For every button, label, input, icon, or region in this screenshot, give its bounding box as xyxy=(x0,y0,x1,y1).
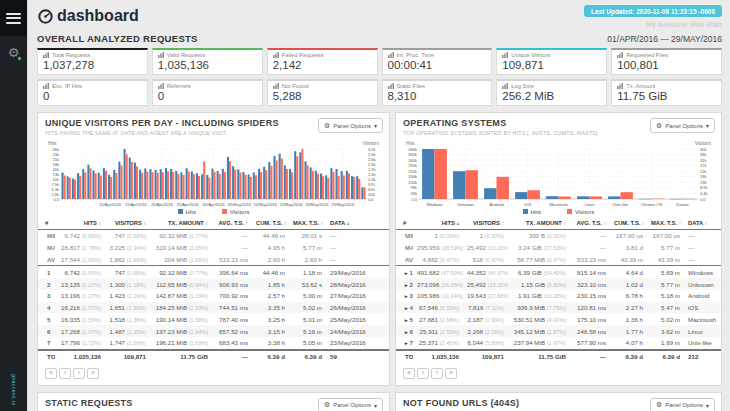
hits-bar[interactable] xyxy=(129,158,131,199)
hits-bar[interactable] xyxy=(201,174,203,199)
visitors-bar[interactable] xyxy=(146,172,148,199)
table-row[interactable]: 313,196 (1.27%)1,423 (1.29%)142.87 MiB (… xyxy=(38,290,389,302)
visitors-bar[interactable] xyxy=(260,172,262,199)
hits-bar[interactable] xyxy=(310,167,312,199)
visitors-bar[interactable] xyxy=(528,190,540,199)
hits-bar[interactable] xyxy=(484,188,496,199)
visitors-bar[interactable] xyxy=(74,180,76,199)
hits-bar[interactable] xyxy=(144,168,146,199)
visitors-bar[interactable] xyxy=(621,192,633,199)
visitors-bar[interactable] xyxy=(353,177,355,199)
visitors-bar[interactable] xyxy=(203,161,205,199)
hits-bar[interactable] xyxy=(356,176,358,199)
hits-bar[interactable] xyxy=(87,165,89,199)
hits-bar[interactable] xyxy=(232,166,234,199)
hits-bar[interactable] xyxy=(206,175,208,199)
page-button[interactable]: ‹ xyxy=(59,368,71,379)
hits-bar[interactable] xyxy=(139,170,141,199)
visitors-bar[interactable] xyxy=(193,174,195,199)
column-header[interactable]: HITS ▴ xyxy=(413,217,463,230)
hits-bar[interactable] xyxy=(273,156,275,199)
visitors-bar[interactable] xyxy=(338,176,340,199)
page-button[interactable]: « xyxy=(403,368,415,379)
table-row[interactable]: ▸725,371 (2.45%)6,044 (5.50%)237.94 MiB … xyxy=(396,337,721,350)
hits-bar[interactable] xyxy=(160,169,162,199)
hits-bar[interactable] xyxy=(186,168,188,199)
expand-row-icon[interactable]: ▸ xyxy=(405,305,408,311)
hits-bar[interactable] xyxy=(577,196,589,199)
page-button[interactable]: › xyxy=(73,368,85,379)
page-button[interactable]: « xyxy=(45,368,57,379)
hits-bar[interactable] xyxy=(134,163,136,199)
hits-bar[interactable] xyxy=(453,171,465,199)
visitors-bar[interactable] xyxy=(239,172,241,199)
page-button[interactable]: » xyxy=(445,368,457,379)
column-header[interactable]: CUM. T.S. ↕ xyxy=(252,217,289,230)
hits-bar[interactable] xyxy=(304,161,306,199)
hits-bar[interactable] xyxy=(294,151,296,199)
visitors-bar[interactable] xyxy=(89,168,91,199)
visitors-bar[interactable] xyxy=(95,174,97,199)
legend-item[interactable]: Visitors xyxy=(567,209,595,215)
hits-bar[interactable] xyxy=(196,173,198,199)
visitors-bar[interactable] xyxy=(172,172,174,199)
table-row[interactable]: 16,742 (0.65%)747 (0.68%)92.32 MiB (0.77… xyxy=(38,266,389,278)
hits-bar[interactable] xyxy=(227,157,229,199)
visitors-bar[interactable] xyxy=(358,179,360,199)
hits-bar[interactable] xyxy=(515,192,527,199)
hits-bar[interactable] xyxy=(113,170,115,199)
visitors-bar[interactable] xyxy=(270,166,272,199)
hits-bar[interactable] xyxy=(124,149,126,199)
visitors-bar[interactable] xyxy=(141,173,143,199)
hits-bar[interactable] xyxy=(346,171,348,199)
visitors-bar[interactable] xyxy=(136,166,138,199)
hits-bar[interactable] xyxy=(325,175,327,199)
hits-bar[interactable] xyxy=(98,173,100,199)
visitors-bar[interactable] xyxy=(182,175,184,199)
visitors-bar[interactable] xyxy=(281,159,283,199)
hits-bar[interactable] xyxy=(284,165,286,199)
hits-bar[interactable] xyxy=(299,152,301,199)
visitors-bar[interactable] xyxy=(162,172,164,199)
visitors-bar[interactable] xyxy=(307,165,309,199)
column-header[interactable]: HITS ↕ xyxy=(55,217,105,230)
visitors-bar[interactable] xyxy=(198,176,200,199)
hits-bar[interactable] xyxy=(93,171,95,199)
hits-bar[interactable] xyxy=(67,176,69,199)
visitors-bar[interactable] xyxy=(234,170,236,199)
table-row[interactable]: ▸1491,682 (47.50%)44,352 (40.37%)6.39 Gi… xyxy=(396,266,721,278)
page-button[interactable]: ‹ xyxy=(417,368,429,379)
hits-bar[interactable] xyxy=(315,171,317,199)
panel-options-button[interactable]: ⚙ Panel Options ▾ xyxy=(650,118,715,133)
hits-bar[interactable] xyxy=(170,169,172,199)
hits-bar[interactable] xyxy=(258,169,260,199)
column-header[interactable]: AVG. T.S. ↕ xyxy=(212,217,252,230)
hits-bar[interactable] xyxy=(155,170,157,199)
visitors-bar[interactable] xyxy=(497,177,509,199)
expand-row-icon[interactable]: ▸ xyxy=(405,317,408,323)
visitors-bar[interactable] xyxy=(363,187,365,199)
table-row[interactable]: 617,268 (1.67%)1,487 (1.35%)197.23 MiB (… xyxy=(38,325,389,337)
hits-bar[interactable] xyxy=(248,174,250,199)
hits-bar[interactable] xyxy=(289,169,291,199)
table-row[interactable]: 717,796 (1.72%)1,747 (1.59%)196.21 MiB (… xyxy=(38,337,389,350)
page-button[interactable]: » xyxy=(87,368,99,379)
visitors-bar[interactable] xyxy=(224,172,226,199)
visitors-bar[interactable] xyxy=(590,196,602,199)
hits-bar[interactable] xyxy=(320,173,322,199)
legend-item[interactable]: Hits xyxy=(523,209,541,215)
visitors-bar[interactable] xyxy=(151,172,153,199)
table-row[interactable]: ▸527,681 (2.68%)2,187 (1.99%)530.51 MiB … xyxy=(396,313,721,325)
legend-item[interactable]: Visitors xyxy=(222,209,250,215)
visitors-bar[interactable] xyxy=(167,171,169,199)
menu-button[interactable] xyxy=(0,0,27,36)
hits-bar[interactable] xyxy=(263,167,265,199)
hits-bar[interactable] xyxy=(222,169,224,199)
visitors-bar[interactable] xyxy=(245,175,247,199)
table-row[interactable]: 416,216 (1.57%)1,651 (1.50%)184.25 MiB (… xyxy=(38,302,389,314)
hits-bar[interactable] xyxy=(237,169,239,199)
visitors-bar[interactable] xyxy=(84,172,86,199)
column-header[interactable]: CUM. T.S. ↕ xyxy=(610,217,647,230)
visitors-bar[interactable] xyxy=(115,173,117,199)
visitors-bar[interactable] xyxy=(105,171,107,199)
